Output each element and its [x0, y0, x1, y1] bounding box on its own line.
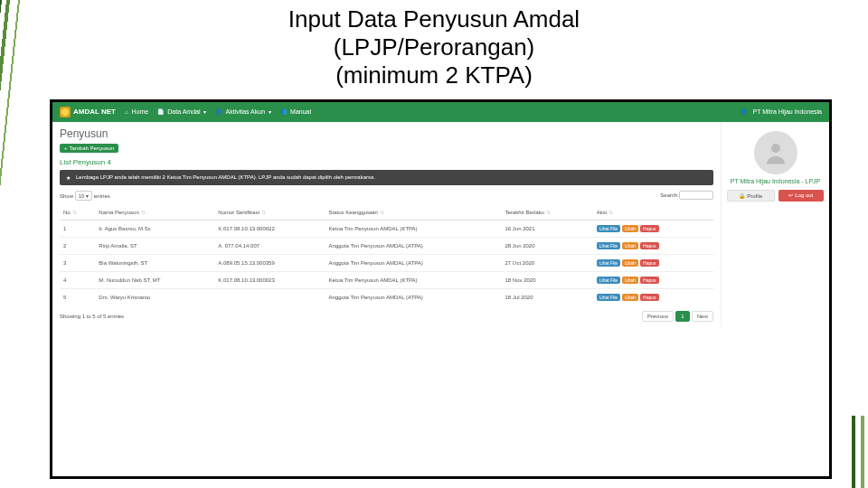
cell-nomor [214, 288, 325, 305]
nav-data-amdal[interactable]: Data Amdal [157, 108, 206, 115]
col-aksi[interactable]: Aksi⇅ [593, 204, 713, 221]
decoration-stripe-right [846, 416, 868, 488]
table-row: 5Drs. Waryu KrisnantoAnggota Tim Penyusu… [60, 288, 713, 305]
show-entries: Show 10 ▾ entries [60, 191, 110, 201]
cell-nomor: K.017.08.10.13.000023 [214, 271, 325, 288]
table-footer: Showing 1 to 5 of 5 entries Previous 1 N… [60, 311, 713, 322]
logout-button[interactable]: Log out [778, 190, 825, 202]
alert-banner: Lembaga LPJP anda telah memiliki 2 Ketua… [60, 170, 713, 185]
brand[interactable]: AMDAL NET [60, 107, 116, 117]
cell-status: Anggota Tim Penyusun AMDAL (ATPA) [326, 254, 502, 271]
pagination: Previous 1 Next [642, 311, 713, 322]
cell-aksi: Lihat FileUbahHapus [593, 254, 713, 271]
cell-berlaku: 28 Jun 2020 [502, 237, 593, 254]
cell-nama: Ir. Agus Basrsu, M.Sc [95, 220, 214, 237]
cell-status: Ketua Tim Penyusun AMDAL (KTPA) [326, 220, 502, 237]
navbar-right[interactable]: PT Mitra Hijau Indonesia [741, 108, 822, 115]
star-icon [66, 174, 72, 181]
table-row: 2Rinji Amalia, STA. 077.04.14.007Anggota… [60, 237, 713, 254]
hapus-button[interactable]: Hapus [640, 225, 658, 232]
cell-status: Ketua Tim Penyusun AMDAL (KTPA) [326, 271, 502, 288]
side-buttons: Profile Log out [727, 190, 824, 202]
col-status[interactable]: Status Keanggotaan⇅ [326, 204, 502, 221]
hapus-button[interactable]: Hapus [640, 259, 658, 267]
cell-no: 3 [60, 254, 95, 271]
cell-berlaku: 18 Jul 2020 [502, 288, 593, 305]
cell-berlaku: 18 Nov 2020 [502, 271, 593, 288]
showing-info: Showing 1 to 5 of 5 entries [60, 314, 124, 319]
brand-text: AMDAL NET [73, 108, 116, 116]
avatar-icon [762, 139, 789, 166]
col-nama[interactable]: Nama Penyusun⇅ [95, 204, 214, 221]
cell-berlaku: 27 Oct 2020 [502, 254, 593, 271]
cell-nomor: A.089.05.15.13.000359 [214, 254, 325, 271]
cell-nama: M. Nuroddun Nab ST, MT [95, 271, 214, 288]
cell-nomor: K.017.08.10.13.000022 [214, 220, 325, 237]
hapus-button[interactable]: Hapus [640, 242, 658, 249]
account-name: PT Mitra Hijau Indonesia [752, 108, 822, 115]
hapus-button[interactable]: Hapus [640, 294, 658, 301]
search-group: Search: [660, 192, 713, 198]
ubah-button[interactable]: Ubah [622, 225, 638, 232]
ubah-button[interactable]: Ubah [622, 259, 638, 267]
cell-nama: Bia Waluningsih, ST [95, 254, 214, 271]
pager-prev[interactable]: Previous [642, 311, 674, 322]
cell-aksi: Lihat FileUbahHapus [593, 288, 713, 305]
side-panel: PT Mitra Hijau Indonesia - LPJP Profile … [721, 122, 829, 327]
ubah-button[interactable]: Ubah [622, 277, 638, 284]
alert-text: Lembaga LPJP anda telah memiliki 2 Ketua… [76, 174, 375, 180]
company-name: PT Mitra Hijau Indonesia - LPJP [727, 178, 824, 184]
nav-home[interactable]: Home [125, 108, 148, 115]
lihat-file-button[interactable]: Lihat File [597, 277, 620, 284]
navbar: AMDAL NET Home Data Amdal Aktivitas Akun… [52, 102, 829, 122]
page-heading: Penyusun [60, 127, 713, 140]
slide-title-l3: (minimum 2 KTPA) [0, 61, 868, 89]
lihat-file-button[interactable]: Lihat File [597, 242, 620, 249]
cell-nama: Drs. Waryu Krisnanto [95, 288, 214, 305]
ubah-button[interactable]: Ubah [622, 294, 638, 301]
add-penyusun-button[interactable]: Tambah Penyusun [60, 144, 118, 153]
lihat-file-button[interactable]: Lihat File [597, 225, 620, 232]
cell-no: 1 [60, 220, 95, 237]
main-panel: Penyusun Tambah Penyusun List Penyusun 4… [52, 122, 721, 327]
avatar [754, 131, 797, 174]
content-body: Penyusun Tambah Penyusun List Penyusun 4… [52, 122, 829, 327]
col-no[interactable]: No⇅ [60, 204, 95, 221]
slide-title: Input Data Penyusun Amdal (LPJP/Perorang… [0, 5, 868, 90]
cell-nama: Rinji Amalia, ST [95, 237, 214, 254]
cell-status: Anggota Tim Penyusun AMDAL (ATPA) [326, 237, 502, 254]
cell-status: Anggota Tim Penyusun AMDAL (ATPA) [326, 288, 502, 305]
table-row: 3Bia Waluningsih, STA.089.05.15.13.00035… [60, 254, 713, 271]
lihat-file-button[interactable]: Lihat File [597, 294, 620, 301]
navbar-left: AMDAL NET Home Data Amdal Aktivitas Akun… [60, 107, 311, 117]
search-input[interactable] [679, 191, 713, 200]
table-row: 1Ir. Agus Basrsu, M.ScK.017.08.10.13.000… [60, 220, 713, 237]
nav-manual[interactable]: Manual [280, 108, 311, 115]
cell-aksi: Lihat FileUbahHapus [593, 237, 713, 254]
profile-button[interactable]: Profile [727, 190, 775, 202]
cell-nomor: A. 077.04.14.007 [214, 237, 325, 254]
table-row: 4M. Nuroddun Nab ST, MTK.017.08.10.13.00… [60, 271, 713, 288]
lihat-file-button[interactable]: Lihat File [597, 259, 620, 267]
entries-select[interactable]: 10 ▾ [75, 191, 92, 201]
cell-aksi: Lihat FileUbahHapus [593, 220, 713, 237]
screenshot-frame: AMDAL NET Home Data Amdal Aktivitas Akun… [50, 99, 832, 479]
pager-current[interactable]: 1 [675, 311, 689, 322]
svg-point-0 [771, 144, 780, 153]
col-nomor[interactable]: Nomor Sertifikasi⇅ [214, 204, 325, 221]
slide-title-l2: (LPJP/Perorangan) [0, 33, 868, 61]
table-controls: Show 10 ▾ entries Search: [60, 191, 713, 201]
ubah-button[interactable]: Ubah [622, 242, 638, 249]
user-icon [741, 108, 749, 115]
nav-aktivasi-akun[interactable]: Aktivitas Akun [215, 108, 271, 115]
pager-next[interactable]: Next [692, 311, 713, 322]
cell-no: 2 [60, 237, 95, 254]
list-panel-title: List Penyusun 4 [60, 158, 713, 166]
crest-icon [60, 107, 71, 117]
cell-no: 4 [60, 271, 95, 288]
col-berlaku[interactable]: Terakhir Berlaku⇅ [502, 204, 593, 221]
cell-no: 5 [60, 288, 95, 305]
cell-berlaku: 16 Jun 2021 [502, 220, 593, 237]
penyusun-table: No⇅ Nama Penyusun⇅ Nomor Sertifikasi⇅ St… [60, 204, 713, 305]
hapus-button[interactable]: Hapus [640, 277, 658, 284]
